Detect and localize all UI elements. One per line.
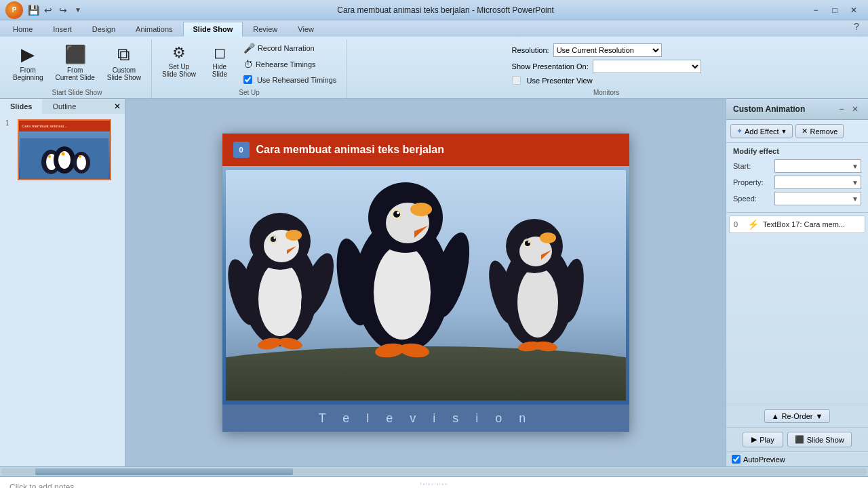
- group-label-start: Start Slide Show: [52, 87, 102, 98]
- start-label: Start:: [733, 162, 770, 170]
- record-icon: 🎤: [243, 43, 255, 54]
- show-on-select[interactable]: [593, 60, 701, 73]
- reorder-up-icon: ▲: [772, 412, 779, 420]
- svg-point-12: [79, 155, 81, 158]
- slide-badge: 0: [233, 142, 250, 158]
- slide-body: [222, 166, 629, 405]
- add-effect-label: Add Effect: [745, 127, 779, 136]
- hide-slide-button[interactable]: ◻ HideSlide: [203, 41, 236, 81]
- slide-panel-close-button[interactable]: ✕: [110, 99, 125, 114]
- play-button[interactable]: ▶ Play: [743, 432, 783, 447]
- resolution-label: Resolution:: [512, 46, 549, 54]
- close-button[interactable]: ✕: [845, 3, 863, 17]
- from-beginning-button[interactable]: ▶ FromBeginning: [8, 41, 47, 85]
- slideshow-icon: ⬛: [795, 435, 804, 444]
- set-up-slide-show-button[interactable]: ⚙ Set UpSlide Show: [157, 41, 201, 81]
- remove-effect-button[interactable]: ✕ Remove: [795, 124, 844, 138]
- presenter-view-checkbox: [512, 76, 521, 85]
- slide-footer-text: T e l e v i s i o n: [319, 411, 533, 426]
- svg-point-42: [517, 267, 558, 338]
- tab-review[interactable]: Review: [243, 22, 288, 37]
- reorder-section: ▲ Re-Order ▼: [726, 405, 868, 427]
- svg-point-35: [410, 203, 432, 216]
- tab-animations[interactable]: Animations: [125, 22, 182, 37]
- group-start-slideshow: ▶ FromBeginning ⬛ FromCurrent Slide ⧉ Cu…: [3, 39, 152, 98]
- group-start-slideshow-content: ▶ FromBeginning ⬛ FromCurrent Slide ⧉ Cu…: [8, 41, 146, 87]
- slideshow-play-button[interactable]: ⬛ Slide Show: [787, 432, 852, 447]
- from-current-slide-button[interactable]: ⬛ FromCurrent Slide: [50, 41, 99, 85]
- redo-button[interactable]: ↪: [57, 4, 69, 16]
- svg-point-48: [540, 232, 556, 243]
- titlebar-controls: − □ ✕: [807, 3, 863, 17]
- tab-view[interactable]: View: [288, 22, 324, 37]
- group-setup: ⚙ Set UpSlide Show ◻ HideSlide 🎤 Record …: [152, 39, 347, 98]
- svg-point-11: [77, 155, 86, 170]
- animation-panel-header: Custom Animation − ✕: [726, 99, 868, 120]
- ribbon-help-button[interactable]: ?: [850, 20, 863, 33]
- tab-design[interactable]: Design: [82, 22, 125, 37]
- slide-canvas[interactable]: 0 Cara membuat animasi teks berjalan: [222, 134, 629, 432]
- group-label-monitors: Monitors: [593, 87, 619, 98]
- tab-insert[interactable]: Insert: [43, 22, 82, 37]
- start-select[interactable]: ▼: [774, 159, 861, 173]
- tab-home[interactable]: Home: [3, 22, 43, 37]
- add-effect-button[interactable]: ✦ Add Effect ▼: [730, 124, 793, 138]
- penguin-illustration: [222, 166, 629, 405]
- from-current-label: FromCurrent Slide: [55, 66, 94, 81]
- animation-item-1[interactable]: 0 ⚡ TextBox 17: Cara mem...: [729, 216, 865, 233]
- svg-point-29: [374, 245, 431, 340]
- animation-actions: ▶ Play ⬛ Slide Show: [726, 427, 868, 451]
- slide-image-1[interactable]: Cara membuat animasi...: [18, 119, 111, 180]
- custom-slide-show-button[interactable]: ⧉ CustomSlide Show: [102, 41, 146, 85]
- rehearse-icon: ⏱: [243, 59, 253, 70]
- slide-thumb-title-text: Cara membuat animasi...: [22, 124, 67, 128]
- hide-slide-icon: ◻: [214, 44, 226, 62]
- quickaccess-dropdown[interactable]: ▼: [72, 4, 84, 16]
- hscroll-thumb[interactable]: [35, 468, 293, 475]
- add-effect-dropdown-icon: ▼: [781, 128, 787, 135]
- tab-outline[interactable]: Outline: [42, 99, 86, 114]
- reorder-up-button[interactable]: ▲ Re-Order ▼: [764, 409, 831, 423]
- property-select[interactable]: ▼: [774, 176, 861, 189]
- from-current-icon: ⬛: [64, 44, 86, 65]
- slides-list: 1 Cara membuat animasi...: [0, 114, 125, 466]
- penguin-scene-svg: [226, 170, 626, 401]
- undo-button[interactable]: ↩: [42, 4, 54, 16]
- hscroll-track: [1, 468, 867, 475]
- start-row: Start: ▼: [733, 159, 861, 173]
- svg-point-22: [285, 230, 302, 241]
- minimize-button[interactable]: −: [807, 3, 825, 17]
- save-button[interactable]: 💾: [27, 4, 39, 16]
- resolution-row: Resolution: Use Current Resolution: [512, 43, 701, 57]
- group-monitors: Resolution: Use Current Resolution Show …: [347, 39, 865, 98]
- property-row: Property: ▼: [733, 176, 861, 189]
- autopreview-checkbox[interactable]: [732, 455, 741, 464]
- anim-item-effect-icon: ⚡: [747, 219, 759, 230]
- maximize-button[interactable]: □: [826, 3, 844, 17]
- custom-show-icon: ⧉: [117, 44, 130, 65]
- show-on-row: Show Presentation On:: [512, 60, 701, 73]
- speed-select[interactable]: ▼: [774, 192, 861, 205]
- setup-small-buttons: 🎤 Record Narration ⏱ Rehearse Timings Us…: [239, 41, 341, 86]
- setup-label: Set UpSlide Show: [162, 63, 196, 78]
- horizontal-scrollbar[interactable]: [0, 466, 868, 476]
- resolution-select[interactable]: Use Current Resolution: [553, 43, 662, 57]
- use-rehearsed-timings-checkbox[interactable]: [243, 75, 252, 84]
- slide-thumbnail-1[interactable]: 1 Cara membuat animasi...: [5, 119, 119, 180]
- office-logo-icon[interactable]: P: [5, 1, 23, 19]
- slide-footer: T e l e v i s i o n: [222, 405, 629, 432]
- tab-slides[interactable]: Slides: [0, 99, 42, 114]
- tab-slideshow[interactable]: Slide Show: [183, 22, 243, 37]
- presenter-view-label: Use Presenter View: [527, 77, 593, 85]
- workspace: Slides Outline ✕ 1 Cara membuat animasi.…: [0, 99, 868, 466]
- animation-panel-minimize-button[interactable]: −: [835, 103, 848, 115]
- autopreview-row: AutoPreview: [726, 451, 868, 466]
- presenter-view-row: Use Presenter View: [512, 76, 701, 85]
- animation-panel-close-button[interactable]: ✕: [849, 103, 861, 115]
- record-narration-button[interactable]: 🎤 Record Narration: [239, 41, 341, 56]
- slide-thumb-body: Television: [19, 131, 110, 179]
- ribbon-tab-bar: Home Insert Design Animations Slide Show…: [0, 20, 868, 37]
- rehearse-timings-label: Rehearse Timings: [256, 60, 316, 68]
- anim-item-num-1: 0: [734, 220, 743, 228]
- rehearse-timings-button[interactable]: ⏱ Rehearse Timings: [239, 57, 341, 72]
